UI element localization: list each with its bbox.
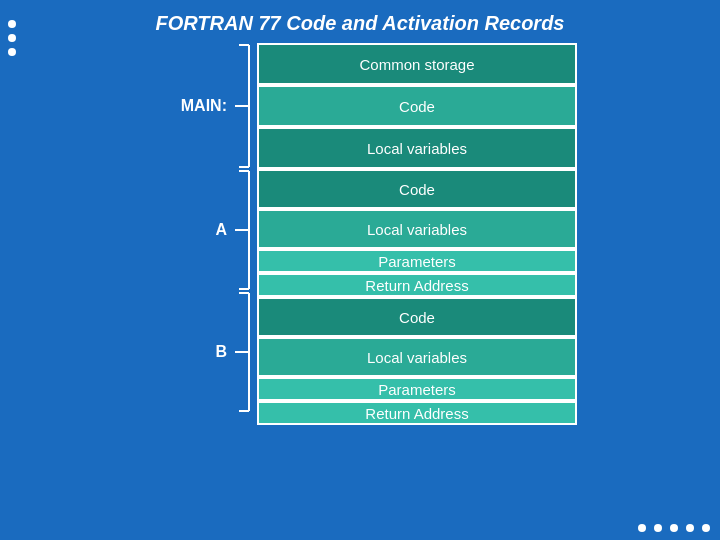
bottom-dots [638,524,710,532]
main-container: MAIN: A B [0,43,720,425]
dot-b1 [638,524,646,532]
row-b-code: Code [257,297,577,337]
dot-b5 [702,524,710,532]
side-labels: MAIN: A B [143,43,253,413]
dot-1 [8,20,16,28]
dot-b2 [654,524,662,532]
a-bracket [231,169,253,291]
row-a-return: Return Address [257,273,577,297]
b-label: B [143,291,231,413]
row-a-parameters: Parameters [257,249,577,273]
row-main-local: Local variables [257,127,577,169]
row-b-local: Local variables [257,337,577,377]
main-bracket [231,43,253,169]
dot-2 [8,34,16,42]
a-label: A [143,169,231,291]
b-group: Code Local variables Parameters Return A… [257,297,577,425]
dot-3 [8,48,16,56]
b-bracket [231,291,253,413]
main-label: MAIN: [143,43,231,169]
a-group: Code Local variables Parameters Return A… [257,169,577,297]
main-group: Code Local variables [257,85,577,169]
dot-b3 [670,524,678,532]
row-main-code: Code [257,85,577,127]
row-b-parameters: Parameters [257,377,577,401]
row-b-return: Return Address [257,401,577,425]
row-a-local: Local variables [257,209,577,249]
page-title: FORTRAN 77 Code and Activation Records [0,0,720,43]
diagram-column: Common storage Code Local variables Code… [257,43,577,425]
left-dots [8,20,16,56]
row-common-storage: Common storage [257,43,577,85]
dot-b4 [686,524,694,532]
row-a-code: Code [257,169,577,209]
